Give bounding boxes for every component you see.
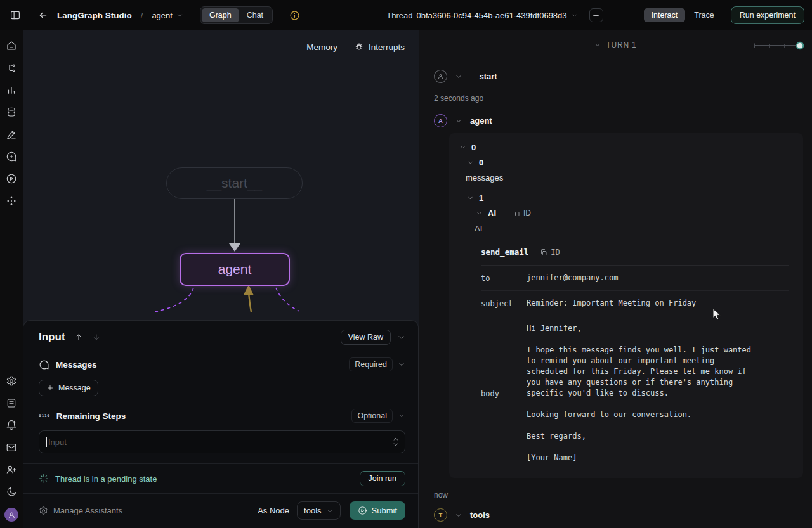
run-experiment-button[interactable]: Run experiment [731, 6, 804, 24]
tab-graph[interactable]: Graph [202, 8, 239, 22]
timeline-entry-tools[interactable]: T tools [434, 508, 804, 522]
gear-icon [39, 506, 48, 515]
chevron-down-icon [326, 507, 334, 515]
node-agent[interactable]: agent [180, 253, 290, 286]
plus-icon [592, 11, 600, 20]
view-tabs: Graph Chat [200, 6, 273, 24]
join-run-button[interactable]: Join run [360, 471, 405, 486]
timeline-body: __start__ 2 seconds ago A agent 0 0 mess… [419, 57, 812, 528]
memory-button[interactable]: Memory [306, 42, 337, 52]
chat-bubble-icon [39, 359, 49, 370]
back-button[interactable] [38, 10, 48, 20]
manage-assistants-button[interactable]: Manage Assistants [39, 506, 122, 515]
pencil-icon[interactable] [5, 128, 18, 141]
start-avatar [434, 70, 447, 83]
message-id-label: ID [523, 209, 531, 217]
tree-node-0-label: 0 [471, 143, 476, 152]
plus-icon [46, 384, 54, 392]
tab-interact[interactable]: Interact [644, 8, 686, 22]
play-circle-icon[interactable] [5, 172, 18, 185]
graph-canvas[interactable]: Memory Interrupts __start__ agent Input … [23, 30, 419, 528]
graph-selector-value: agent [152, 11, 173, 20]
user-plus-icon[interactable] [5, 463, 18, 476]
submit-button[interactable]: Submit [350, 501, 405, 520]
bar-chart-icon[interactable] [5, 84, 18, 96]
number-stepper[interactable] [391, 435, 400, 449]
moon-icon[interactable] [5, 486, 18, 498]
user-avatar[interactable] [4, 508, 18, 522]
collapse-panel-icon[interactable] [397, 333, 405, 342]
tool-call-id-label: ID [551, 248, 560, 257]
tool-field-to-key: to [481, 274, 527, 283]
remaining-steps-label: Remaining Steps [56, 411, 126, 421]
add-message-button[interactable]: Message [39, 380, 98, 396]
timeline-entry-start[interactable]: __start__ [434, 70, 804, 83]
start-entry-label: __start__ [470, 72, 506, 81]
submit-label: Submit [372, 506, 397, 515]
thread-selector[interactable]: Thread 0bfa3606-0c94-454b-ae61-439fdf069… [386, 8, 603, 22]
binary-icon: 01 10 [39, 414, 50, 418]
as-node-label: As Node [258, 506, 289, 515]
as-node-value: tools [304, 506, 321, 515]
interrupts-button-label: Interrupts [369, 42, 405, 52]
tree-node-0-0[interactable]: 0 [449, 155, 803, 170]
tab-chat[interactable]: Chat [239, 8, 271, 22]
remaining-steps-input[interactable] [39, 430, 405, 453]
thread-label: Thread [386, 11, 412, 20]
node-start[interactable]: __start__ [166, 167, 303, 199]
spinner-icon [39, 473, 49, 484]
tree-message-type-row[interactable]: AI ID [449, 205, 803, 221]
tab-trace[interactable]: Trace [686, 8, 722, 22]
tool-call-id-chip[interactable]: ID [540, 248, 560, 257]
remaining-steps-requirement[interactable]: Optional [351, 409, 405, 423]
chevron-down-icon[interactable] [455, 512, 462, 519]
history-down-icon[interactable] [92, 333, 101, 342]
thread-id: 0bfa3606-0c94-454b-ae61-439fdf0698d3 [416, 11, 566, 20]
notes-icon[interactable] [5, 397, 18, 409]
mode-tabs: Interact Trace [644, 8, 722, 22]
node-agent-label: agent [218, 262, 252, 277]
chevron-down-icon [467, 195, 474, 202]
messages-requirement[interactable]: Required [349, 357, 405, 371]
chevron-down-icon [476, 210, 483, 217]
chevron-down-icon[interactable] [455, 117, 462, 125]
input-panel: Input View Raw Messages Required [23, 320, 419, 528]
tool-call-header: send_email ID [481, 242, 789, 266]
person-icon [437, 73, 444, 80]
start-entry-timestamp: 2 seconds ago [434, 94, 804, 103]
turn-slider[interactable] [752, 41, 806, 50]
agent-entry-label: agent [470, 116, 492, 126]
bell-plus-icon[interactable] [5, 419, 18, 432]
mail-icon[interactable] [5, 441, 18, 454]
chevron-down-icon[interactable] [594, 41, 601, 49]
message-plus-icon[interactable] [5, 150, 18, 163]
move-dots-icon[interactable] [5, 195, 18, 207]
topbar-left: LangGraph Studio / agent Graph Chat [0, 6, 300, 24]
sidebar-toggle-icon[interactable] [6, 6, 24, 24]
home-icon[interactable] [5, 39, 18, 52]
message-id-chip[interactable]: ID [513, 209, 531, 217]
pending-status-row: Thread is in a pending state Join run [23, 463, 418, 494]
turn-header: TURN 1 [419, 33, 812, 57]
timeline-entry-agent[interactable]: A agent [434, 114, 804, 127]
database-icon[interactable] [5, 106, 18, 119]
view-raw-button[interactable]: View Raw [341, 330, 391, 345]
graph-selector[interactable]: agent [152, 11, 183, 20]
gear-icon[interactable] [5, 375, 18, 387]
tree-node-0[interactable]: 0 [449, 139, 803, 155]
tree-messages-label: messages [466, 173, 503, 183]
info-icon[interactable] [289, 10, 300, 21]
history-up-icon[interactable] [74, 333, 83, 342]
tree-message-index[interactable]: 1 [449, 190, 803, 205]
as-node-select[interactable]: tools [297, 501, 340, 520]
left-icon-rail [0, 30, 23, 528]
chevron-down-icon[interactable] [455, 73, 462, 80]
tools-avatar: T [434, 508, 447, 522]
pending-status-text: Thread is in a pending state [55, 474, 157, 484]
tools-entry-label: tools [470, 510, 490, 520]
input-panel-title: Input [39, 331, 65, 344]
workflow-icon[interactable] [5, 61, 18, 74]
text-caret [46, 437, 47, 447]
interrupts-button[interactable]: Interrupts [354, 42, 405, 52]
new-thread-button[interactable] [589, 8, 603, 22]
